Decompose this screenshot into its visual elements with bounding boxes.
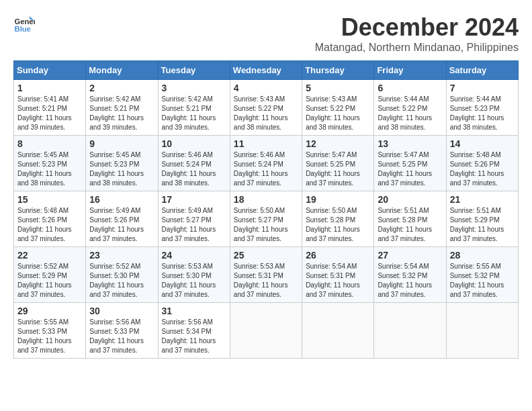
- day-info: Sunrise: 5:45 AMSunset: 5:23 PMDaylight:…: [17, 151, 72, 187]
- calendar-cell: 4Sunrise: 5:43 AMSunset: 5:22 PMDaylight…: [230, 80, 302, 136]
- day-number: 4: [234, 83, 298, 93]
- day-info: Sunrise: 5:44 AMSunset: 5:23 PMDaylight:…: [450, 95, 504, 131]
- weekday-header-monday: Monday: [86, 61, 158, 80]
- calendar-cell: 12Sunrise: 5:47 AMSunset: 5:25 PMDayligh…: [302, 136, 374, 191]
- calendar-cell: 15Sunrise: 5:48 AMSunset: 5:26 PMDayligh…: [14, 191, 86, 247]
- day-number: 22: [17, 250, 82, 261]
- location-subtitle: Matangad, Northern Mindanao, Philippines: [315, 42, 519, 54]
- calendar-cell: 13Sunrise: 5:47 AMSunset: 5:25 PMDayligh…: [374, 136, 446, 191]
- day-info: Sunrise: 5:54 AMSunset: 5:32 PMDaylight:…: [378, 263, 432, 298]
- day-info: Sunrise: 5:56 AMSunset: 5:33 PMDaylight:…: [89, 318, 144, 354]
- day-number: 3: [162, 83, 226, 93]
- day-info: Sunrise: 5:50 AMSunset: 5:28 PMDaylight:…: [306, 207, 360, 242]
- calendar-cell: 10Sunrise: 5:46 AMSunset: 5:24 PMDayligh…: [158, 136, 230, 191]
- calendar-cell: 5Sunrise: 5:43 AMSunset: 5:22 PMDaylight…: [302, 80, 374, 136]
- calendar-cell: 1Sunrise: 5:41 AMSunset: 5:21 PMDaylight…: [14, 80, 86, 136]
- day-info: Sunrise: 5:53 AMSunset: 5:31 PMDaylight:…: [234, 263, 288, 298]
- day-number: 29: [17, 306, 82, 316]
- logo-icon: General Blue: [13, 13, 35, 35]
- day-info: Sunrise: 5:51 AMSunset: 5:28 PMDaylight:…: [378, 207, 432, 242]
- weekday-header-tuesday: Tuesday: [158, 61, 230, 80]
- day-number: 9: [89, 138, 154, 149]
- calendar-row: 29Sunrise: 5:55 AMSunset: 5:33 PMDayligh…: [14, 303, 519, 359]
- day-info: Sunrise: 5:50 AMSunset: 5:27 PMDaylight:…: [234, 207, 288, 242]
- day-number: 17: [162, 194, 226, 205]
- day-number: 8: [17, 138, 82, 149]
- day-info: Sunrise: 5:41 AMSunset: 5:21 PMDaylight:…: [17, 95, 72, 131]
- day-number: 27: [378, 250, 442, 261]
- day-info: Sunrise: 5:43 AMSunset: 5:22 PMDaylight:…: [306, 95, 360, 131]
- calendar-cell: 20Sunrise: 5:51 AMSunset: 5:28 PMDayligh…: [374, 191, 446, 247]
- day-number: 30: [89, 306, 154, 316]
- weekday-header-friday: Friday: [374, 61, 446, 80]
- calendar-row: 8Sunrise: 5:45 AMSunset: 5:23 PMDaylight…: [14, 136, 519, 191]
- calendar-cell: 22Sunrise: 5:52 AMSunset: 5:29 PMDayligh…: [14, 247, 86, 303]
- calendar-cell: 2Sunrise: 5:42 AMSunset: 5:21 PMDaylight…: [86, 80, 158, 136]
- weekday-header-sunday: Sunday: [14, 61, 86, 80]
- calendar-cell: 31Sunrise: 5:56 AMSunset: 5:34 PMDayligh…: [158, 303, 230, 359]
- day-info: Sunrise: 5:42 AMSunset: 5:21 PMDaylight:…: [162, 95, 216, 131]
- day-info: Sunrise: 5:47 AMSunset: 5:25 PMDaylight:…: [378, 151, 432, 187]
- calendar-table: SundayMondayTuesdayWednesdayThursdayFrid…: [13, 60, 519, 359]
- day-info: Sunrise: 5:46 AMSunset: 5:24 PMDaylight:…: [234, 151, 288, 187]
- calendar-row: 22Sunrise: 5:52 AMSunset: 5:29 PMDayligh…: [14, 247, 519, 303]
- day-number: 18: [234, 194, 298, 205]
- day-info: Sunrise: 5:55 AMSunset: 5:33 PMDaylight:…: [17, 318, 72, 354]
- day-number: 31: [162, 306, 226, 316]
- day-info: Sunrise: 5:47 AMSunset: 5:25 PMDaylight:…: [306, 151, 360, 187]
- calendar-cell: 14Sunrise: 5:48 AMSunset: 5:26 PMDayligh…: [446, 136, 518, 191]
- day-info: Sunrise: 5:43 AMSunset: 5:22 PMDaylight:…: [234, 95, 288, 131]
- calendar-cell: 7Sunrise: 5:44 AMSunset: 5:23 PMDaylight…: [446, 80, 518, 136]
- calendar-cell: 17Sunrise: 5:49 AMSunset: 5:27 PMDayligh…: [158, 191, 230, 247]
- calendar-cell: 24Sunrise: 5:53 AMSunset: 5:30 PMDayligh…: [158, 247, 230, 303]
- logo: General Blue: [13, 13, 35, 35]
- calendar-cell: 25Sunrise: 5:53 AMSunset: 5:31 PMDayligh…: [230, 247, 302, 303]
- day-number: 2: [89, 83, 154, 93]
- day-info: Sunrise: 5:48 AMSunset: 5:26 PMDaylight:…: [450, 151, 504, 187]
- title-section: December 2024 Matangad, Northern Mindana…: [315, 13, 519, 54]
- weekday-header-thursday: Thursday: [302, 61, 374, 80]
- calendar-row: 15Sunrise: 5:48 AMSunset: 5:26 PMDayligh…: [14, 191, 519, 247]
- calendar-cell: [302, 303, 374, 359]
- day-info: Sunrise: 5:53 AMSunset: 5:30 PMDaylight:…: [162, 263, 216, 298]
- day-number: 12: [306, 138, 370, 149]
- day-info: Sunrise: 5:48 AMSunset: 5:26 PMDaylight:…: [17, 207, 72, 242]
- weekday-header-saturday: Saturday: [446, 61, 518, 80]
- calendar-cell: 11Sunrise: 5:46 AMSunset: 5:24 PMDayligh…: [230, 136, 302, 191]
- svg-text:Blue: Blue: [15, 25, 31, 33]
- calendar-cell: 8Sunrise: 5:45 AMSunset: 5:23 PMDaylight…: [14, 136, 86, 191]
- calendar-cell: [446, 303, 518, 359]
- day-number: 15: [17, 194, 82, 205]
- day-number: 11: [234, 138, 298, 149]
- day-info: Sunrise: 5:52 AMSunset: 5:30 PMDaylight:…: [89, 263, 144, 298]
- day-info: Sunrise: 5:49 AMSunset: 5:27 PMDaylight:…: [162, 207, 216, 242]
- day-info: Sunrise: 5:52 AMSunset: 5:29 PMDaylight:…: [17, 263, 72, 298]
- calendar-cell: 3Sunrise: 5:42 AMSunset: 5:21 PMDaylight…: [158, 80, 230, 136]
- day-number: 24: [162, 250, 226, 261]
- calendar-cell: [230, 303, 302, 359]
- day-number: 7: [450, 83, 515, 93]
- day-info: Sunrise: 5:44 AMSunset: 5:22 PMDaylight:…: [378, 95, 432, 131]
- day-number: 14: [450, 138, 515, 149]
- calendar-cell: 27Sunrise: 5:54 AMSunset: 5:32 PMDayligh…: [374, 247, 446, 303]
- day-number: 10: [162, 138, 226, 149]
- month-title: December 2024: [315, 13, 519, 42]
- weekday-header-row: SundayMondayTuesdayWednesdayThursdayFrid…: [14, 61, 519, 80]
- day-info: Sunrise: 5:54 AMSunset: 5:31 PMDaylight:…: [306, 263, 360, 298]
- calendar-cell: 16Sunrise: 5:49 AMSunset: 5:26 PMDayligh…: [86, 191, 158, 247]
- day-info: Sunrise: 5:49 AMSunset: 5:26 PMDaylight:…: [89, 207, 144, 242]
- calendar-cell: 30Sunrise: 5:56 AMSunset: 5:33 PMDayligh…: [86, 303, 158, 359]
- calendar-cell: 26Sunrise: 5:54 AMSunset: 5:31 PMDayligh…: [302, 247, 374, 303]
- day-info: Sunrise: 5:55 AMSunset: 5:32 PMDaylight:…: [450, 263, 504, 298]
- day-number: 21: [450, 194, 515, 205]
- day-number: 20: [378, 194, 442, 205]
- day-number: 28: [450, 250, 515, 261]
- day-number: 1: [17, 83, 82, 93]
- weekday-header-wednesday: Wednesday: [230, 61, 302, 80]
- day-number: 6: [378, 83, 442, 93]
- day-number: 23: [89, 250, 154, 261]
- calendar-cell: 29Sunrise: 5:55 AMSunset: 5:33 PMDayligh…: [14, 303, 86, 359]
- calendar-cell: 21Sunrise: 5:51 AMSunset: 5:29 PMDayligh…: [446, 191, 518, 247]
- day-info: Sunrise: 5:42 AMSunset: 5:21 PMDaylight:…: [89, 95, 144, 131]
- day-number: 25: [234, 250, 298, 261]
